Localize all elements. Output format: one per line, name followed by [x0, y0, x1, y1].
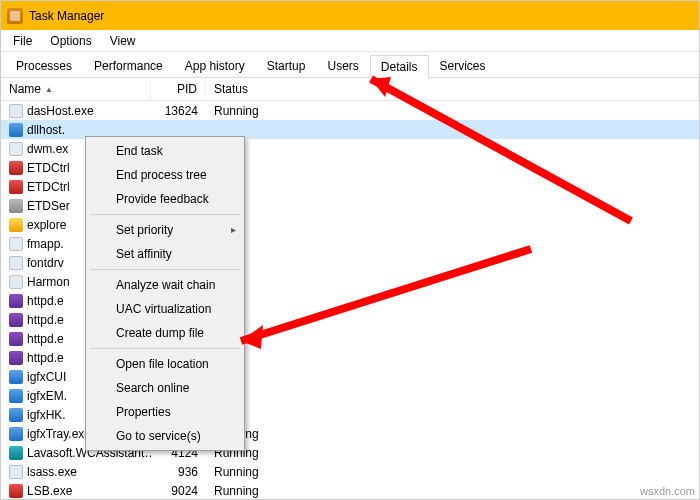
tab-startup[interactable]: Startup [256, 54, 317, 77]
process-row[interactable]: lsass.exe936Running [1, 462, 699, 481]
process-pid: 9024 [151, 484, 206, 498]
sort-asc-icon: ▲ [45, 85, 53, 94]
ctx-separator [90, 269, 240, 270]
process-icon [9, 104, 23, 118]
process-icon [9, 389, 23, 403]
process-icon [9, 199, 23, 213]
process-row[interactable]: dasHost.exe13624Running [1, 101, 699, 120]
tab-services[interactable]: Services [429, 54, 497, 77]
process-name: ETDCtrl [27, 161, 70, 175]
process-pid: 13624 [151, 104, 206, 118]
ctx-create-dump-file[interactable]: Create dump file [88, 321, 242, 345]
process-name: LSB.exe [27, 484, 72, 498]
header-status[interactable]: Status [206, 78, 699, 100]
header-name-label: Name [9, 82, 41, 96]
process-status: Running [206, 427, 699, 441]
ctx-set-priority[interactable]: Set priority [88, 218, 242, 242]
column-headers: Name ▲ PID Status [1, 78, 699, 101]
process-name: dllhost. [27, 123, 65, 137]
ctx-end-task[interactable]: End task [88, 139, 242, 163]
menu-options[interactable]: Options [42, 32, 99, 50]
process-row[interactable]: LSB.exe9024Running [1, 481, 699, 500]
process-icon [9, 142, 23, 156]
menu-view[interactable]: View [102, 32, 144, 50]
process-name: dasHost.exe [27, 104, 94, 118]
process-icon [9, 332, 23, 346]
ctx-separator [90, 214, 240, 215]
process-name: ETDSer [27, 199, 70, 213]
process-name: httpd.e [27, 294, 64, 308]
ctx-end-process-tree[interactable]: End process tree [88, 163, 242, 187]
tab-bar: Processes Performance App history Startu… [1, 52, 699, 78]
ctx-open-file-location[interactable]: Open file location [88, 352, 242, 376]
process-icon [9, 446, 23, 460]
tab-users[interactable]: Users [316, 54, 369, 77]
process-name: lsass.exe [27, 465, 77, 479]
ctx-search-online[interactable]: Search online [88, 376, 242, 400]
tab-processes[interactable]: Processes [5, 54, 83, 77]
process-icon [9, 123, 23, 137]
process-pid: 936 [151, 465, 206, 479]
process-name: explore [27, 218, 66, 232]
ctx-separator [90, 348, 240, 349]
ctx-go-to-services[interactable]: Go to service(s) [88, 424, 242, 448]
menu-file[interactable]: File [5, 32, 40, 50]
process-name: Harmon [27, 275, 70, 289]
process-name: igfxCUI [27, 370, 66, 384]
process-name: httpd.e [27, 313, 64, 327]
process-name: igfxTray.exe [27, 427, 91, 441]
process-name: fmapp. [27, 237, 64, 251]
process-status: Running [206, 104, 699, 118]
task-manager-window: Task Manager File Options View Processes… [0, 0, 700, 500]
process-name: httpd.e [27, 332, 64, 346]
process-icon [9, 218, 23, 232]
process-name: igfxHK. [27, 408, 66, 422]
process-status: Running [206, 446, 699, 460]
ctx-analyze-wait-chain[interactable]: Analyze wait chain [88, 273, 242, 297]
app-icon [7, 8, 23, 24]
process-name: fontdrv [27, 256, 64, 270]
process-icon [9, 370, 23, 384]
process-name: igfxEM. [27, 389, 67, 403]
process-icon [9, 408, 23, 422]
process-icon [9, 427, 23, 441]
tab-details[interactable]: Details [370, 55, 429, 78]
ctx-set-affinity[interactable]: Set affinity [88, 242, 242, 266]
menu-bar: File Options View [1, 30, 699, 52]
process-icon [9, 180, 23, 194]
process-icon [9, 484, 23, 498]
process-icon [9, 161, 23, 175]
process-name: ETDCtrl [27, 180, 70, 194]
tab-app-history[interactable]: App history [174, 54, 256, 77]
process-icon [9, 294, 23, 308]
context-menu: End task End process tree Provide feedba… [85, 136, 245, 451]
process-icon [9, 465, 23, 479]
process-icon [9, 275, 23, 289]
title-bar: Task Manager [1, 1, 699, 30]
ctx-uac-virtualization[interactable]: UAC virtualization [88, 297, 242, 321]
ctx-provide-feedback[interactable]: Provide feedback [88, 187, 242, 211]
process-icon [9, 313, 23, 327]
header-name[interactable]: Name ▲ [1, 78, 151, 100]
process-icon [9, 351, 23, 365]
process-icon [9, 237, 23, 251]
ctx-properties[interactable]: Properties [88, 400, 242, 424]
watermark: wsxdn.com [640, 485, 695, 497]
window-title: Task Manager [29, 9, 104, 23]
header-pid[interactable]: PID [151, 78, 206, 100]
process-name: httpd.e [27, 351, 64, 365]
process-icon [9, 256, 23, 270]
tab-performance[interactable]: Performance [83, 54, 174, 77]
process-name: dwm.ex [27, 142, 68, 156]
process-status: Running [206, 484, 699, 498]
process-status: Running [206, 465, 699, 479]
